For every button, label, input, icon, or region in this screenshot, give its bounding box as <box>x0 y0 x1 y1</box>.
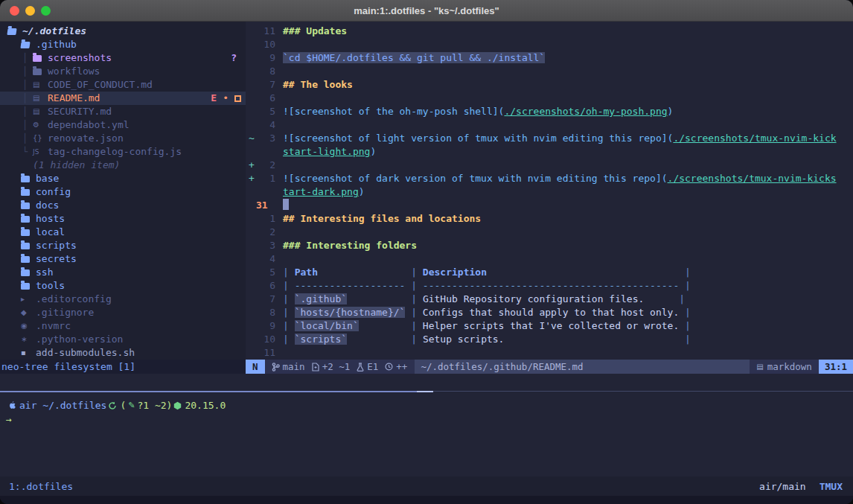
buffer-line-16[interactable]: 3### Interesting folders <box>246 239 853 252</box>
line-number: 4 <box>256 118 275 132</box>
git-sign <box>246 185 256 199</box>
tree-item--nvmrc[interactable]: ◉.nvmrc <box>0 319 246 333</box>
syntax-plain <box>359 320 406 331</box>
buffer-line-7[interactable]: 4 <box>246 118 853 132</box>
braces-icon: {} <box>33 132 48 145</box>
shell-input-line[interactable]: → <box>6 412 853 427</box>
tree-item-security-md[interactable]: │▤SECURITY.md <box>0 105 246 118</box>
folder-icon <box>21 256 36 263</box>
syntax-pipe: | <box>679 280 691 291</box>
syntax-plain <box>318 267 405 278</box>
buffer-line-20[interactable]: 7| `.github` | GitHub Repository configu… <box>246 293 853 306</box>
diagnostics-item: E1 <box>357 361 378 372</box>
minimize-button[interactable] <box>25 6 35 16</box>
tree-item-readme-md[interactable]: │▤README.mdE• <box>0 92 246 105</box>
filetype-item: ▤ markdown <box>750 361 819 372</box>
git-sign <box>246 293 256 306</box>
line-number: 10 <box>256 333 275 346</box>
syntax-pipe: | <box>679 267 691 278</box>
tree-item-scripts[interactable]: scripts <box>0 239 246 252</box>
tree-item-config[interactable]: config <box>0 185 246 199</box>
tree-item-workflows[interactable]: │workflows <box>0 65 246 78</box>
syntax-pipe: | <box>283 307 295 318</box>
tree-item--dotfiles[interactable]: ~/.dotfiles <box>0 25 246 38</box>
buffer-line-15[interactable]: 2 <box>246 226 853 239</box>
git-sync-icon <box>108 401 117 410</box>
buffer-line-3[interactable]: 8 <box>246 65 853 78</box>
buffer-line-1[interactable]: 10 <box>246 38 853 51</box>
tree-item-code-of-conduct-md[interactable]: │▤CODE_OF_CONDUCT.md <box>0 78 246 92</box>
tmux-window-tab[interactable]: 1:.dotfiles <box>0 481 73 492</box>
tree-item--python-version[interactable]: ∗.python-version <box>0 333 246 346</box>
buffer-line-17[interactable]: 4 <box>246 252 853 266</box>
tree-item-secrets[interactable]: secrets <box>0 252 246 266</box>
extra-status-item: ++ <box>385 361 407 372</box>
line-text: | `local/bin` | Helper scripts that I've… <box>275 319 691 333</box>
git-branch-item: main <box>272 361 305 372</box>
syntax-img: ![screenshot of the oh-my-posh shell]( <box>283 106 504 117</box>
folder-icon <box>21 229 36 236</box>
tree-item-dependabot-yml[interactable]: │⚙dependabot.yml <box>0 118 246 132</box>
line-text: ![screenshot of the oh-my-posh shell](./… <box>275 105 673 118</box>
buffer-line-4[interactable]: 7## The looks <box>246 78 853 92</box>
buffer-line-22[interactable]: 9| `local/bin` | Helper scripts that I'v… <box>246 319 853 333</box>
tree-item-ssh[interactable]: ssh <box>0 266 246 279</box>
buffer-line-5[interactable]: 6 <box>246 92 853 105</box>
line-number: 11 <box>256 346 275 360</box>
md-icon: ▤ <box>33 92 48 105</box>
tree-item-hosts[interactable]: hosts <box>0 212 246 226</box>
tree-item--github[interactable]: .github <box>0 38 246 51</box>
syntax-link: ./screenshots/tmux-nvim-kick <box>673 133 836 144</box>
editor-buffer[interactable]: 11### Updates 10 9`cd $HOME/.dotfiles &&… <box>246 22 853 360</box>
command-line[interactable] <box>0 374 853 391</box>
tree-item-label: docs <box>36 199 59 212</box>
buffer-line-24[interactable]: 11 <box>246 346 853 360</box>
git-sign <box>246 199 256 212</box>
syntax-tcode: `hosts/{hostname}/` <box>295 307 406 318</box>
syntax-h2: ## The looks <box>283 79 353 90</box>
buffer-line-8[interactable]: ~3![screenshot of light version of tmux … <box>246 132 853 145</box>
line-number: 5 <box>256 266 275 279</box>
buffer-line-2[interactable]: 9`cd $HOME/.dotfiles && git pull && ./in… <box>246 51 853 65</box>
folder-icon <box>21 269 36 276</box>
tree-item--editorconfig[interactable]: ▸.editorconfig <box>0 293 246 306</box>
prompt-arrow: → <box>6 412 12 427</box>
tmux-status-bar: 1:.dotfiles air/main TMUX <box>0 476 853 496</box>
tree-item-screenshots[interactable]: │screenshots? <box>0 51 246 65</box>
pennant-icon: ▸ <box>21 293 36 306</box>
buffer-line-10[interactable]: +2 <box>246 159 853 172</box>
buffer-line-19[interactable]: 6| ------------------- | ---------------… <box>246 279 853 293</box>
buffer-line-11[interactable]: +1![screenshot of dark version of tmux w… <box>246 172 853 185</box>
tree-item--1-hidden-item-[interactable]: (1 hidden item) <box>0 159 246 172</box>
tree-item-renovate-json[interactable]: │{}renovate.json <box>0 132 246 145</box>
line-text: start-light.png) <box>275 145 376 159</box>
syntax-pipe: | <box>405 320 422 331</box>
buffer-line-23[interactable]: 10| `scripts` | Setup scripts. | <box>246 333 853 346</box>
buffer-line-9[interactable]: start-light.png) <box>246 145 853 159</box>
git-sign <box>246 279 256 293</box>
buffer-line-14[interactable]: 1## Interesting files and locations <box>246 212 853 226</box>
git-sign <box>246 145 256 159</box>
close-button[interactable] <box>10 6 19 16</box>
tree-item-docs[interactable]: docs <box>0 199 246 212</box>
tree-item-local[interactable]: local <box>0 226 246 239</box>
buffer-line-18[interactable]: 5| Path | Description | <box>246 266 853 279</box>
shell-pane[interactable]: air ~/.dotfiles ( ✎ ?1 ~2 ) 20.15.0 → <box>0 392 853 476</box>
buffer-line-6[interactable]: 5![screenshot of the oh-my-posh shell](.… <box>246 105 853 118</box>
buffer-line-21[interactable]: 8| `hosts/{hostname}/` | Configs that sh… <box>246 306 853 319</box>
tree-item-tag-changelog-config-js[interactable]: └JStag-changelog-config.js <box>0 145 246 159</box>
line-text: ![screenshot of dark version of tmux wit… <box>275 172 837 185</box>
zoom-button[interactable] <box>41 6 51 16</box>
tree-item-add-submodules-sh[interactable]: ▪add-submodules.sh <box>0 346 246 360</box>
tree-item-base[interactable]: base <box>0 172 246 185</box>
buffer-line-12[interactable]: tart-dark.png) <box>246 185 853 199</box>
git-sign <box>246 51 256 65</box>
tree-item-tools[interactable]: tools <box>0 279 246 293</box>
buffer-line-0[interactable]: 11### Updates <box>246 25 853 38</box>
tree-item--gitignore[interactable]: ◆.gitignore <box>0 306 246 319</box>
buffer-line-13[interactable]: 31 <box>246 199 853 212</box>
line-number <box>256 185 275 199</box>
syntax-th: Description <box>423 267 487 278</box>
syntax-img: ![screenshot of dark version of tmux wit… <box>283 173 668 184</box>
line-text: ## The looks <box>275 78 353 92</box>
